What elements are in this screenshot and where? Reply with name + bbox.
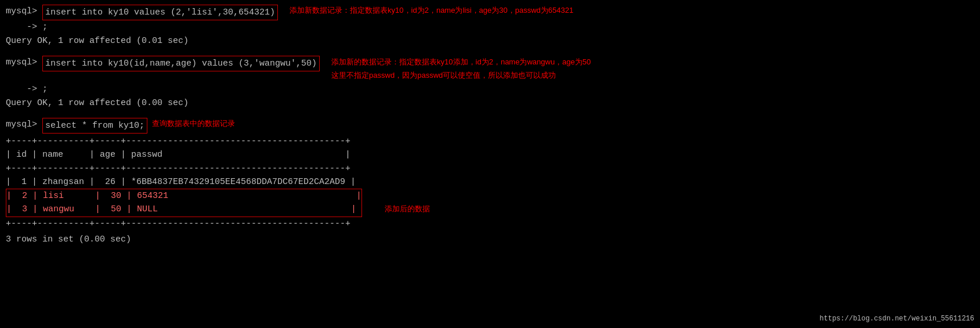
block1-sql: insert into ky10 values (2,'lisi',30,654… (42, 5, 278, 20)
table-divider-bottom: +----+----------+-----+-----------------… (6, 217, 974, 230)
block3-rowsummary: 3 rows in set (0.00 sec) (6, 233, 974, 246)
table-container: +----+----------+-----+-----------------… (6, 135, 974, 230)
table-row-wangwu: | 3 | wangwu | 50 | NULL | (6, 203, 361, 216)
block2-continuation: -> ; (6, 82, 974, 96)
highlighted-rows-box: | 2 | lisi | 30 | 654321 | | 3 | wangwu … (6, 189, 362, 217)
footer-url: https://blog.csdn.net/weixin_55611216 (820, 313, 974, 325)
block2-prompt: mysql> (6, 56, 42, 69)
block1-line1: mysql> insert into ky10 values (2,'lisi'… (6, 5, 974, 20)
block3-select-annotation: 查询数据表中的数据记录 (152, 118, 235, 129)
table-divider-header: +----+----------+-----+-----------------… (6, 162, 974, 175)
block1: mysql> insert into ky10 values (2,'lisi'… (6, 5, 974, 48)
block2-queryok: Query OK, 1 row affected (0.00 sec) (6, 96, 974, 110)
table-header: | id | name | age | passwd | (6, 148, 974, 161)
block3: mysql> select * from ky10; 查询数据表中的数据记录 +… (6, 118, 974, 246)
block2-line1: mysql> insert into ky10(id,name,age) val… (6, 56, 974, 83)
table-row-lisi: | 2 | lisi | 30 | 654321 | (6, 189, 361, 203)
table-row: | 1 | zhangsan | 26 | *6BB4837EB74329105… (6, 175, 974, 189)
block3-sql: select * from ky10; (42, 118, 147, 134)
block1-prompt: mysql> (6, 5, 42, 18)
block2-annotation1: 添加新的数据记录：指定数据表ky10添加，id为2，name为wangwu，ag… (331, 57, 591, 66)
add-annotation: 添加后的数据 (385, 204, 430, 213)
block1-annotation: 添加新数据记录：指定数据表ky10，id为2，name为lisi，age为30，… (290, 5, 573, 16)
block2-sql: insert into ky10(id,name,age) values (3,… (42, 56, 320, 71)
table-divider-top: +----+----------+-----+-----------------… (6, 135, 974, 148)
block2: mysql> insert into ky10(id,name,age) val… (6, 56, 974, 110)
block1-continuation: -> ; (6, 20, 974, 34)
block3-select-line: mysql> select * from ky10; 查询数据表中的数据记录 (6, 118, 974, 134)
block3-prompt: mysql> (6, 118, 42, 131)
block1-queryok: Query OK, 1 row affected (0.01 sec) (6, 34, 974, 48)
block2-annotation2: 这里不指定passwd，因为passwd可以使空值，所以添加也可以成功 (331, 71, 556, 80)
